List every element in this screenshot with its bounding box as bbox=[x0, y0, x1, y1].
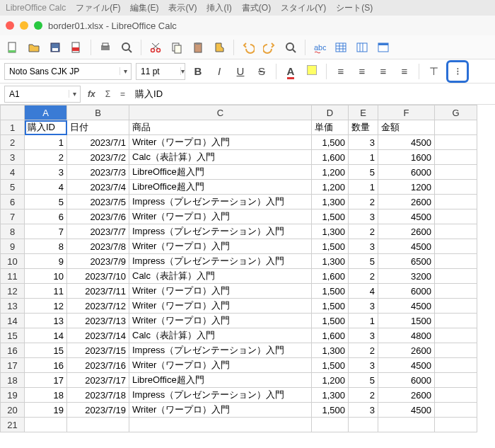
cell[interactable]: 4500 bbox=[378, 239, 435, 254]
col-header-B[interactable]: B bbox=[67, 105, 129, 120]
cell[interactable]: 2600 bbox=[378, 388, 435, 403]
cell[interactable]: 2 bbox=[349, 195, 378, 209]
cell[interactable] bbox=[129, 418, 312, 432]
font-size-input[interactable] bbox=[136, 64, 180, 79]
cell[interactable]: 2023/7/13 bbox=[67, 314, 129, 328]
cell[interactable] bbox=[349, 418, 378, 432]
cell[interactable]: 4500 bbox=[378, 209, 435, 224]
cell[interactable]: Impress（プレゼンテーション）入門 bbox=[129, 254, 312, 269]
cell[interactable]: 16 bbox=[25, 358, 67, 373]
cell[interactable]: 2 bbox=[25, 150, 67, 165]
cell[interactable]: 2023/7/16 bbox=[67, 358, 129, 373]
undo-button[interactable] bbox=[240, 39, 257, 56]
cell[interactable]: 2023/7/3 bbox=[67, 165, 129, 180]
menu-format[interactable]: 書式(O) bbox=[242, 2, 271, 14]
cell[interactable] bbox=[435, 388, 477, 403]
cell[interactable]: 4 bbox=[349, 284, 378, 299]
cell[interactable]: Writer（ワープロ）入門 bbox=[129, 135, 312, 150]
cell[interactable]: 6500 bbox=[378, 254, 435, 269]
cell[interactable]: Writer（ワープロ）入門 bbox=[129, 239, 312, 254]
cell[interactable]: 1,500 bbox=[312, 284, 349, 299]
align-left-button[interactable]: ≡ bbox=[332, 63, 349, 80]
font-name-input[interactable] bbox=[5, 64, 120, 79]
cell[interactable]: 2 bbox=[349, 343, 378, 358]
chart-button[interactable] bbox=[375, 39, 392, 56]
strikethrough-button[interactable]: S bbox=[253, 63, 270, 80]
print-preview-button[interactable] bbox=[118, 39, 135, 56]
cell[interactable]: 2 bbox=[349, 224, 378, 239]
export-pdf-button[interactable] bbox=[68, 39, 85, 56]
row-header[interactable]: 1 bbox=[1, 120, 25, 135]
cell[interactable] bbox=[435, 403, 477, 418]
cell[interactable]: 1,300 bbox=[312, 343, 349, 358]
cell[interactable]: 8 bbox=[25, 239, 67, 254]
equals-icon[interactable]: = bbox=[117, 89, 128, 99]
font-color-button[interactable]: A bbox=[282, 63, 299, 80]
cell[interactable] bbox=[435, 180, 477, 195]
menu-edit[interactable]: 編集(E) bbox=[130, 2, 158, 14]
save-button[interactable] bbox=[47, 39, 64, 56]
cell[interactable] bbox=[312, 418, 349, 432]
cell[interactable]: 2023/7/9 bbox=[67, 254, 129, 269]
chevron-down-icon[interactable]: ▾ bbox=[120, 67, 131, 75]
cell[interactable]: 4500 bbox=[378, 299, 435, 314]
cell[interactable]: 3 bbox=[349, 328, 378, 343]
formula-input[interactable] bbox=[132, 88, 491, 99]
cell[interactable]: 3 bbox=[349, 403, 378, 418]
cell[interactable]: 1,300 bbox=[312, 195, 349, 209]
row-header[interactable]: 21 bbox=[1, 418, 25, 432]
row-header[interactable]: 10 bbox=[1, 254, 25, 269]
cell[interactable] bbox=[435, 373, 477, 388]
cell[interactable]: 12 bbox=[25, 299, 67, 314]
cell[interactable] bbox=[435, 195, 477, 209]
cell[interactable]: 14 bbox=[25, 328, 67, 343]
cell[interactable]: 2 bbox=[349, 269, 378, 284]
cell[interactable] bbox=[435, 284, 477, 299]
cell[interactable]: 3 bbox=[25, 165, 67, 180]
fx-icon[interactable]: fx bbox=[85, 89, 98, 99]
cell[interactable]: 2023/7/18 bbox=[67, 388, 129, 403]
chevron-down-icon[interactable]: ▾ bbox=[69, 90, 80, 98]
cell[interactable]: 5 bbox=[349, 165, 378, 180]
cell[interactable] bbox=[67, 418, 129, 432]
redo-button[interactable] bbox=[261, 39, 278, 56]
cell[interactable]: 1,600 bbox=[312, 328, 349, 343]
cell[interactable]: 5 bbox=[349, 254, 378, 269]
row-header[interactable]: 19 bbox=[1, 388, 25, 403]
cell[interactable]: 18 bbox=[25, 388, 67, 403]
cell[interactable]: Writer（ワープロ）入門 bbox=[129, 209, 312, 224]
cell[interactable]: 1600 bbox=[378, 150, 435, 165]
row-header[interactable]: 12 bbox=[1, 284, 25, 299]
cell[interactable]: Impress（プレゼンテーション）入門 bbox=[129, 388, 312, 403]
row-header[interactable]: 7 bbox=[1, 209, 25, 224]
corner-cell[interactable] bbox=[1, 105, 25, 120]
cell[interactable]: 5 bbox=[349, 373, 378, 388]
cell[interactable]: 3 bbox=[349, 239, 378, 254]
cell[interactable]: 10 bbox=[25, 269, 67, 284]
cell[interactable]: 1,300 bbox=[312, 388, 349, 403]
cell[interactable]: 2023/7/6 bbox=[67, 209, 129, 224]
cell[interactable]: 2023/7/10 bbox=[67, 269, 129, 284]
cell[interactable] bbox=[435, 120, 477, 135]
cell[interactable]: 4 bbox=[25, 180, 67, 195]
cell[interactable]: Calc（表計算）入門 bbox=[129, 269, 312, 284]
cell[interactable]: 15 bbox=[25, 343, 67, 358]
col-header-G[interactable]: G bbox=[435, 105, 477, 120]
cell[interactable]: 2023/7/2 bbox=[67, 150, 129, 165]
col-header-E[interactable]: E bbox=[349, 105, 378, 120]
spellcheck-button[interactable]: abc bbox=[311, 39, 328, 56]
cell[interactable]: 2023/7/7 bbox=[67, 224, 129, 239]
table-button[interactable] bbox=[332, 39, 349, 56]
cell[interactable]: 1 bbox=[349, 314, 378, 328]
row-header[interactable]: 14 bbox=[1, 314, 25, 328]
row-header[interactable]: 2 bbox=[1, 135, 25, 150]
cell[interactable] bbox=[435, 254, 477, 269]
cell[interactable] bbox=[435, 328, 477, 343]
cell[interactable] bbox=[435, 314, 477, 328]
cell[interactable]: 1,600 bbox=[312, 269, 349, 284]
cell[interactable]: 2023/7/17 bbox=[67, 373, 129, 388]
new-button[interactable] bbox=[4, 39, 21, 56]
image-button[interactable] bbox=[354, 39, 371, 56]
cell[interactable] bbox=[378, 418, 435, 432]
cell[interactable]: 13 bbox=[25, 314, 67, 328]
